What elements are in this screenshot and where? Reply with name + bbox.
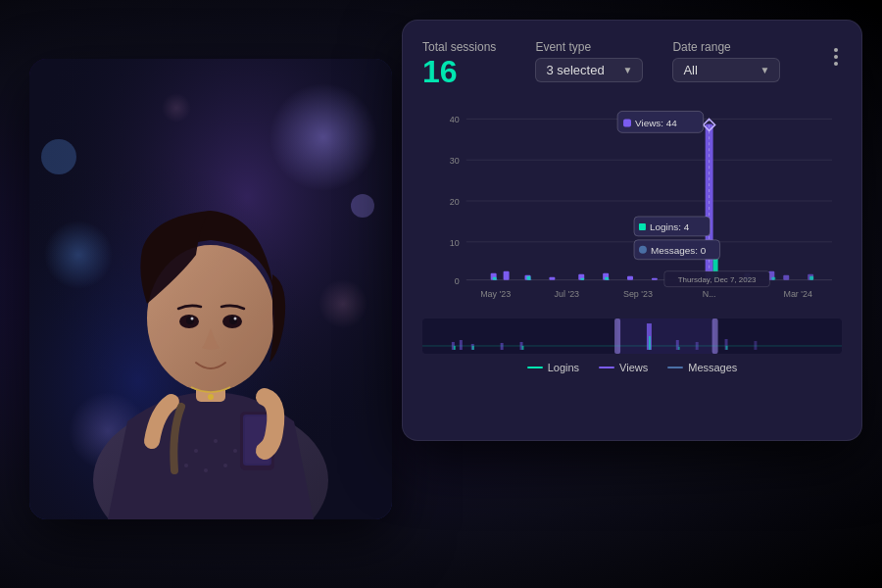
svg-text:Thursday, Dec 7, 2023: Thursday, Dec 7, 2023 <box>678 275 757 284</box>
svg-rect-103 <box>617 318 715 354</box>
svg-point-17 <box>204 468 208 472</box>
svg-point-27 <box>208 394 214 400</box>
event-type-block: Event type 3 selected ▼ <box>535 40 643 82</box>
logins-legend-label: Logins <box>548 362 579 373</box>
svg-point-3 <box>270 83 377 191</box>
more-dot-1 <box>834 48 838 52</box>
svg-rect-99 <box>522 346 524 350</box>
svg-point-14 <box>214 439 218 443</box>
date-range-label: Date range <box>672 40 780 54</box>
svg-point-5 <box>318 279 368 328</box>
svg-rect-59 <box>783 275 789 280</box>
minimap-svg: May '23 Sep '23 Jan '... <box>422 318 842 354</box>
svg-point-8 <box>162 93 191 122</box>
svg-point-16 <box>184 464 188 467</box>
svg-point-82 <box>639 246 647 254</box>
svg-text:Messages: 0: Messages: 0 <box>651 245 707 256</box>
svg-text:20: 20 <box>450 197 460 207</box>
date-range-dropdown[interactable]: All ▼ <box>672 58 780 82</box>
svg-rect-54 <box>627 276 633 280</box>
photo-card <box>29 59 392 519</box>
photo-background <box>29 59 392 519</box>
svg-rect-71 <box>607 279 610 280</box>
svg-text:Sep '23: Sep '23 <box>623 289 653 299</box>
svg-point-10 <box>41 139 76 174</box>
svg-text:30: 30 <box>450 156 460 166</box>
legend-logins: Logins <box>527 362 579 373</box>
dashboard-header: Total sessions 16 Event type 3 selected … <box>422 40 842 87</box>
legend-messages: Messages <box>667 362 737 373</box>
total-sessions-label: Total sessions <box>422 40 496 54</box>
event-type-dropdown[interactable]: 3 selected ▼ <box>535 58 643 82</box>
svg-text:Jul '23: Jul '23 <box>555 289 580 299</box>
messages-legend-icon <box>667 367 683 368</box>
svg-text:Views: 44: Views: 44 <box>635 118 677 128</box>
svg-point-9 <box>351 194 374 218</box>
svg-point-13 <box>194 449 198 453</box>
svg-rect-97 <box>454 346 456 350</box>
svg-text:Mar '24: Mar '24 <box>783 289 812 299</box>
event-type-label: Event type <box>535 40 643 54</box>
total-sessions-block: Total sessions 16 <box>422 40 496 87</box>
chart-legend: Logins Views Messages <box>422 362 842 373</box>
more-options-button[interactable] <box>830 44 842 70</box>
svg-text:0: 0 <box>455 276 460 286</box>
svg-point-15 <box>233 449 237 453</box>
svg-rect-96 <box>754 341 757 350</box>
views-legend-label: Views <box>619 362 648 373</box>
svg-rect-63 <box>580 278 584 280</box>
svg-rect-51 <box>549 277 555 280</box>
main-chart: 40 30 20 10 0 May '23 Jul '23 Sep '23 N.… <box>422 99 842 315</box>
chart-svg: 40 30 20 10 0 May '23 Jul '23 Sep '23 N.… <box>422 99 842 315</box>
svg-point-4 <box>44 220 113 289</box>
svg-rect-68 <box>809 276 813 280</box>
svg-text:N...: N... <box>703 289 716 299</box>
svg-text:10: 10 <box>450 238 460 248</box>
svg-rect-69 <box>495 279 498 280</box>
date-range-block: Date range All ▼ <box>672 40 780 82</box>
svg-rect-98 <box>472 346 474 350</box>
date-range-chevron-icon: ▼ <box>760 65 769 75</box>
date-range-value: All <box>683 63 697 77</box>
legend-views: Views <box>599 362 648 373</box>
views-legend-icon <box>599 367 614 368</box>
svg-text:40: 40 <box>450 115 460 124</box>
svg-rect-88 <box>460 340 463 350</box>
svg-rect-55 <box>652 278 658 280</box>
svg-rect-90 <box>501 343 504 350</box>
svg-rect-79 <box>639 223 646 230</box>
svg-rect-70 <box>528 279 531 280</box>
dashboard-card: Total sessions 16 Event type 3 selected … <box>402 20 862 441</box>
total-sessions-value: 16 <box>422 56 496 87</box>
svg-text:Logins: 4: Logins: 4 <box>650 221 690 232</box>
chart-minimap[interactable]: May '23 Sep '23 Jan '... <box>422 318 842 354</box>
svg-rect-76 <box>623 119 631 126</box>
logins-legend-icon <box>527 367 543 368</box>
svg-rect-49 <box>504 271 510 280</box>
svg-rect-104 <box>614 318 620 354</box>
person-image <box>29 59 392 519</box>
svg-rect-102 <box>726 346 728 350</box>
svg-rect-105 <box>712 318 718 354</box>
svg-text:May '23: May '23 <box>480 289 511 299</box>
svg-point-18 <box>223 464 227 467</box>
more-dot-2 <box>834 55 838 59</box>
svg-point-32 <box>147 245 274 392</box>
svg-rect-67 <box>771 277 775 280</box>
event-type-value: 3 selected <box>546 63 604 77</box>
messages-legend-label: Messages <box>688 362 737 373</box>
event-type-chevron-icon: ▼ <box>622 65 632 75</box>
more-dot-3 <box>834 62 838 66</box>
